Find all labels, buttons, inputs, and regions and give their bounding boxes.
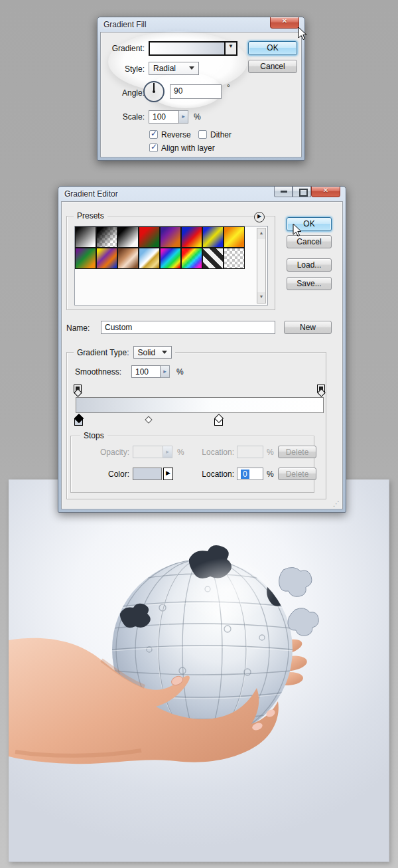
gradient-preset-swatch[interactable] — [96, 226, 117, 248]
check-icon: ✓ — [151, 142, 157, 151]
color-stop-left[interactable] — [74, 414, 84, 427]
gradient-preset-swatch[interactable] — [202, 226, 224, 248]
minimize-button[interactable] — [274, 187, 293, 197]
gradient-preset-swatch[interactable] — [224, 226, 245, 248]
stop-color-menu-button[interactable]: ▶ — [163, 468, 173, 480]
location-unit: % — [267, 470, 274, 479]
scale-input[interactable]: 100 — [149, 110, 179, 124]
gradient-preset-swatch[interactable] — [75, 248, 96, 269]
chevron-down-icon: ▼ — [228, 43, 233, 49]
gradient-preset-swatch[interactable] — [117, 226, 139, 248]
gradient-bar-fill — [76, 398, 323, 412]
name-input[interactable]: Custom — [101, 321, 275, 334]
style-dropdown[interactable]: Radial — [149, 62, 199, 75]
smoothness-spinner[interactable]: ▸ — [161, 365, 170, 378]
gradient-editor-body: Presets ▶ — [61, 201, 343, 509]
gradient-preset-swatch[interactable] — [139, 226, 160, 248]
flyout-arrow-icon: ▶ — [257, 213, 261, 219]
dither-label: Dither — [210, 130, 232, 139]
new-button[interactable]: New — [284, 321, 332, 334]
cursor-icon — [293, 223, 302, 237]
location-value: 0 — [241, 470, 249, 479]
presets-list: ▲ ▼ — [74, 226, 268, 305]
color-stop-white[interactable] — [214, 414, 224, 427]
ok-button[interactable]: OK — [248, 41, 297, 55]
color-label: Color: — [90, 470, 129, 479]
angle-unit: ° — [227, 83, 230, 92]
check-icon: ✓ — [151, 129, 157, 138]
gradient-preset-swatch[interactable] — [181, 248, 202, 269]
close-button[interactable]: ✕ — [311, 187, 340, 197]
opacity-stop-left[interactable] — [74, 385, 82, 396]
angle-input[interactable]: 90 — [170, 84, 222, 99]
gradient-fill-titlebar[interactable]: Gradient Fill ✕ — [98, 17, 304, 32]
style-value: Radial — [153, 64, 176, 73]
maximize-icon — [299, 189, 308, 197]
minimize-icon — [281, 191, 287, 193]
gradient-preset-swatch[interactable] — [117, 248, 139, 269]
gradient-preset-swatch[interactable] — [202, 248, 224, 269]
chevron-down-icon — [189, 66, 194, 70]
load-button[interactable]: Load... — [287, 258, 332, 272]
gradient-type-dropdown[interactable]: Solid — [133, 346, 172, 359]
stop-color-swatch[interactable] — [133, 468, 162, 480]
gradient-preset-swatch[interactable] — [181, 226, 202, 248]
smoothness-input[interactable]: 100 — [131, 365, 161, 378]
smoothness-unit: % — [176, 367, 184, 377]
scale-spinner[interactable]: ▸ — [179, 110, 188, 124]
save-button[interactable]: Save... — [287, 277, 332, 290]
location-label: Location: — [196, 470, 234, 479]
scale-unit: % — [194, 112, 201, 122]
opacity-stop-right[interactable] — [317, 385, 325, 396]
gradient-preset-swatch[interactable] — [224, 248, 245, 269]
close-button[interactable]: ✕ — [270, 17, 299, 29]
chevron-down-icon — [162, 351, 167, 354]
gradient-fill-dialog: Gradient Fill ✕ Gradient: ▼ OK Cancel St… — [97, 17, 305, 161]
reverse-label: Reverse — [161, 130, 191, 139]
stops-label: Stops — [80, 431, 107, 440]
gradient-dropdown-button[interactable]: ▼ — [224, 43, 236, 54]
stops-group: Stops Opacity: ▸ % Location: % Delete Co… — [70, 436, 314, 493]
gradient-fill-body: Gradient: ▼ OK Cancel Style: Radial Angl… — [100, 32, 302, 157]
resize-grip[interactable]: ⋰ — [333, 500, 340, 507]
gradient-preset-swatch[interactable] — [160, 248, 181, 269]
scroll-down-icon[interactable]: ▼ — [257, 292, 265, 303]
dither-checkbox[interactable]: ✓ — [198, 130, 207, 139]
location-input[interactable]: 0 — [237, 468, 263, 480]
reverse-checkbox[interactable]: ✓ — [149, 130, 158, 139]
chevron-right-icon: ▸ — [163, 368, 166, 375]
gradient-type-label: Gradient Type: — [77, 348, 129, 357]
cancel-button[interactable]: Cancel — [248, 60, 297, 73]
gradient-preset-swatch[interactable] — [96, 248, 117, 269]
angle-dial[interactable] — [143, 81, 165, 102]
gradient-preset-swatch[interactable] — [75, 226, 96, 248]
cursor-icon — [298, 27, 308, 41]
location-unit-disabled: % — [267, 448, 274, 457]
delete-opacity-button: Delete — [278, 446, 316, 458]
presets-menu-button[interactable]: ▶ — [254, 212, 265, 222]
gradient-bar[interactable] — [76, 397, 324, 413]
name-label: Name: — [66, 323, 90, 333]
gradient-preset-swatch[interactable] — [160, 226, 181, 248]
delete-color-button[interactable]: Delete — [278, 468, 316, 480]
gradient-type-group: Gradient Type: Solid Smoothness: 100 ▸ % — [66, 352, 326, 499]
gradient-type-value: Solid — [138, 348, 156, 357]
close-icon: ✕ — [282, 17, 287, 25]
smoothness-label: Smoothness: — [75, 367, 121, 377]
gradient-preset-swatch[interactable] — [139, 248, 160, 269]
close-icon: ✕ — [323, 187, 328, 194]
presets-scrollbar[interactable]: ▲ ▼ — [257, 228, 266, 304]
angle-value: 90 — [174, 86, 182, 96]
maximize-button[interactable] — [293, 187, 311, 197]
chevron-right-icon: ▸ — [182, 113, 185, 120]
align-with-layer-checkbox[interactable]: ✓ — [149, 143, 158, 152]
gradient-editor-titlebar[interactable]: Gradient Editor ✕ — [58, 187, 346, 201]
cancel-button[interactable]: Cancel — [287, 235, 332, 248]
document-canvas — [9, 479, 389, 862]
location-label-disabled: Location: — [196, 448, 234, 457]
opacity-label: Opacity: — [90, 448, 129, 457]
gradient-fill-title: Gradient Fill — [103, 20, 147, 29]
gradient-preview-well[interactable]: ▼ — [149, 41, 237, 56]
scroll-up-icon[interactable]: ▲ — [257, 228, 265, 239]
midpoint-marker[interactable] — [145, 416, 152, 423]
